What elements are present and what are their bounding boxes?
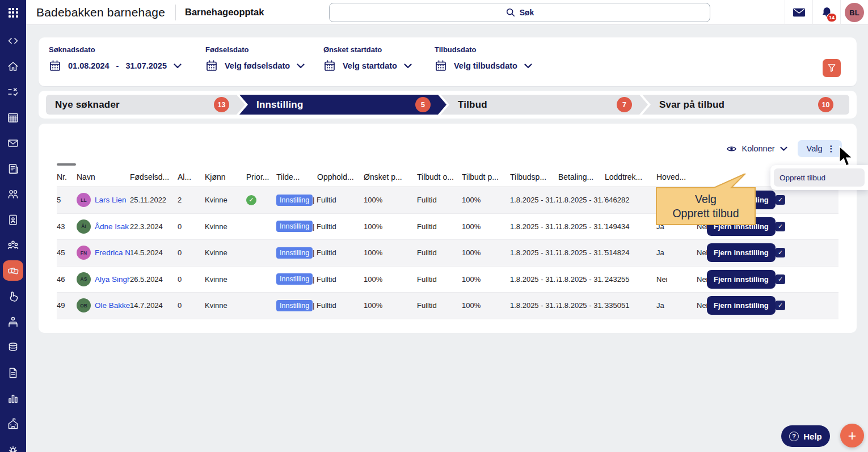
filter-startdato-control[interactable]: Velg startdato — [323, 60, 412, 72]
notifications-button[interactable]: 14 — [812, 0, 840, 25]
cell-prioritet: ✓ — [246, 195, 276, 205]
stage-count-badge: 10 — [818, 97, 833, 112]
search-icon — [505, 7, 516, 18]
sidebar-item-calendar[interactable] — [2, 106, 24, 129]
col-header-tilbudt-opphold[interactable]: Tilbudt o... — [417, 172, 462, 181]
filter-label-fodselsdato: Fødselsdato — [205, 45, 305, 54]
applicant-name-link[interactable]: Fredrica N — [95, 248, 130, 257]
columns-toggle[interactable]: Kolonner — [726, 144, 787, 153]
sidebar-item-groups[interactable] — [2, 234, 24, 256]
status-badge: Innstilling — [276, 221, 313, 232]
add-button[interactable]: + — [840, 424, 864, 447]
sidebar-item-economy[interactable] — [2, 336, 24, 358]
sidebar-item-people[interactable] — [2, 183, 24, 205]
col-header-tildelt[interactable]: Tilde... — [276, 172, 317, 181]
stage-count-badge: 13 — [214, 97, 229, 112]
fjern-innstilling-button[interactable]: Fjern innstilling — [707, 296, 776, 315]
col-header-fodselsdato[interactable]: Fødselsd... — [130, 172, 178, 181]
cell-nr: 43 — [57, 222, 77, 231]
stage-tab-nye-soknader[interactable]: Nye søknader 13 — [46, 95, 245, 115]
stage-label: Svar på tilbud — [659, 99, 724, 111]
sidebar-item-statistics[interactable] — [2, 387, 24, 409]
chevron-down-icon — [404, 64, 412, 69]
question-icon: ? — [789, 432, 799, 441]
filter-soknadsdato-control[interactable]: 01.08.2024 - 31.07.2025 — [49, 60, 182, 72]
chevron-down-icon — [780, 146, 787, 151]
col-header-betalingsperiode[interactable]: Betaling... — [558, 172, 605, 181]
avatar: ÅI — [77, 219, 91, 234]
sidebar-item-messages[interactable] — [2, 132, 24, 154]
check-icon: ✓ — [778, 276, 783, 283]
col-header-hovedopptak[interactable]: Hoved... — [656, 172, 697, 181]
instruction-tooltip: Velg Opprett tilbud — [656, 187, 756, 225]
row-checkbox[interactable]: ✓ — [776, 301, 785, 310]
cell-loddtrekning: 335051 — [605, 301, 656, 310]
row-checkbox[interactable]: ✓ — [776, 274, 785, 284]
sidebar-item-school[interactable] — [2, 412, 24, 435]
stage-tab-innstilling[interactable]: Innstilling 5 — [239, 95, 446, 115]
task-list-icon — [7, 86, 19, 98]
stage-tab-tilbud[interactable]: Tilbud 7 — [441, 95, 648, 115]
cell-hovedopptak: Ja — [656, 301, 697, 310]
col-header-navn[interactable]: Navn — [77, 172, 130, 181]
col-header-loddtrekning[interactable]: Loddtrek... — [605, 172, 656, 181]
profile-button[interactable]: BL — [840, 0, 868, 25]
process-stage-bar: Nye søknader 13 Innstilling 5 Tilbud 7 S… — [39, 91, 857, 119]
cell-tilbudsperiode: 1.8.2025 - 31.7.2026 — [510, 275, 558, 284]
row-checkbox[interactable]: ✓ — [776, 248, 785, 257]
app-launcher-button[interactable] — [0, 0, 26, 25]
applications-table-card: Kolonner Valg ⋮ Nr. Navn Fødselsd... Al.… — [39, 124, 857, 333]
fjern-innstilling-button[interactable]: Fjern innstilling — [707, 243, 776, 262]
sidebar-item-admission[interactable] — [3, 260, 23, 281]
col-header-tilbudsperiode[interactable]: Tilbudsp... — [510, 172, 558, 181]
valg-actions-button[interactable]: Valg ⋮ — [798, 140, 842, 157]
filter-fodselsdato-control[interactable]: Velg fødselsdato — [205, 60, 305, 72]
cell-navn: FN Fredrica N — [77, 246, 130, 260]
column-scroll-handle[interactable] — [57, 163, 76, 166]
sidebar-item-reception[interactable] — [2, 310, 24, 333]
sidebar-item-tasks[interactable] — [2, 81, 24, 103]
applicant-name-link[interactable]: Alya Singh — [95, 275, 130, 284]
filter-tilbudsdato-control[interactable]: Velg tilbudsdato — [435, 60, 532, 72]
row-checkbox[interactable]: ✓ — [776, 195, 785, 205]
filter-label-startdato: Ønsket startdato — [323, 45, 412, 54]
col-header-tilbudt-prosent[interactable]: Tilbudt p... — [462, 172, 510, 181]
stage-tab-svar-pa-tilbud[interactable]: Svar på tilbud 10 — [642, 95, 849, 115]
col-header-prioritet[interactable]: Prior... — [246, 172, 276, 181]
envelope-icon — [793, 7, 806, 18]
sidebar-item-collapse[interactable] — [2, 29, 24, 52]
applicant-name-link[interactable]: Lars Lien — [95, 196, 127, 204]
school-building-icon — [7, 417, 19, 430]
messages-button[interactable] — [785, 0, 812, 25]
cell-alder: 2 — [178, 196, 205, 204]
col-header-kjonn[interactable]: Kjønn — [205, 172, 246, 181]
cell-tildelt: Innstilling — [276, 300, 317, 311]
cell-tilbudsperiode: 1.8.2025 - 31.7.2026 — [510, 196, 558, 204]
sidebar-item-documents[interactable] — [2, 361, 24, 384]
priority-check-icon: ✓ — [246, 195, 256, 205]
sidebar-item-settings[interactable] — [2, 438, 24, 452]
sidebar-item-applicants[interactable] — [2, 208, 24, 231]
col-header-onsket-prosent[interactable]: Ønsket p... — [364, 172, 417, 181]
col-header-nr[interactable]: Nr. — [57, 172, 77, 181]
applicant-name-link[interactable]: Ådne Isak — [95, 222, 129, 231]
cell-select: ✓ — [776, 274, 789, 284]
sidebar-item-requests[interactable] — [2, 285, 24, 307]
row-checkbox[interactable]: ✓ — [776, 222, 785, 231]
sidebar-item-news[interactable] — [2, 157, 24, 180]
col-header-opphold[interactable]: Opphold... — [317, 172, 364, 181]
calendar-icon — [323, 60, 336, 72]
help-button[interactable]: ? Help — [781, 425, 830, 447]
search-input[interactable]: Søk — [329, 3, 710, 22]
fjern-innstilling-button[interactable]: Fjern innstilling — [707, 270, 776, 289]
cell-kjonn: Kvinne — [205, 196, 246, 204]
menu-item-opprett-tilbud[interactable]: Opprett tilbud — [774, 168, 865, 187]
stage-label: Nye søknader — [55, 99, 120, 111]
sidebar-item-home[interactable] — [2, 55, 24, 78]
app-title: Badebakken barnehage — [36, 6, 165, 19]
applicant-name-link[interactable]: Ole Bakke — [95, 301, 130, 310]
cell-kjonn: Kvinne — [205, 222, 246, 231]
apply-filter-button[interactable] — [823, 59, 841, 77]
col-header-alder[interactable]: Al... — [178, 172, 205, 181]
cell-action: Fjern innstilling — [707, 296, 776, 315]
